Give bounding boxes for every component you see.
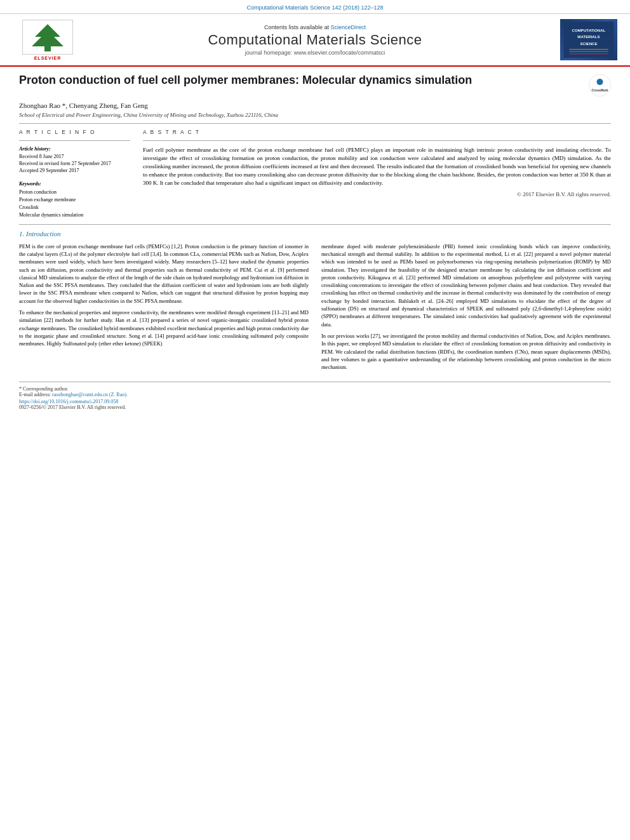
intro-left-col: PEM is the core of proton exchange membr…	[19, 243, 309, 375]
elsevier-logo: ELSEVIER	[13, 20, 83, 60]
cms-logo-area: COMPUTATIONAL MATERIALS SCIENCE	[547, 19, 617, 60]
cms-logo: COMPUTATIONAL MATERIALS SCIENCE	[560, 19, 617, 60]
keyword-3: Crosslink	[19, 204, 130, 211]
info-abstract-section: A R T I C L E I N F O Article history: R…	[19, 129, 611, 219]
keywords-section: Keywords: Proton conduction Proton excha…	[19, 181, 130, 219]
article-info-col: A R T I C L E I N F O Article history: R…	[19, 129, 130, 219]
paper-title-area: Proton conduction of fuel cell polymer m…	[19, 73, 611, 97]
journal-title: Computational Materials Science	[83, 32, 547, 48]
keyword-1: Proton conduction	[19, 189, 130, 196]
intro-paragraph-1: PEM is the core of proton exchange membr…	[19, 243, 309, 348]
abstract-col: A B S T R A C T Fuel cell polymer membra…	[143, 129, 611, 219]
keywords-label: Keywords:	[19, 181, 130, 187]
received-date: Received 8 June 2017	[19, 153, 130, 160]
paper-title: Proton conduction of fuel cell polymer m…	[19, 73, 589, 88]
divider-article-info	[19, 140, 130, 141]
contents-available: Contents lists available at ScienceDirec…	[83, 24, 547, 30]
intro-section-title: 1. Introduction	[19, 230, 611, 237]
elsevier-tree-icon	[25, 21, 70, 53]
svg-text:CrossMark: CrossMark	[592, 88, 608, 92]
divider-1	[19, 123, 611, 124]
svg-text:COMPUTATIONAL: COMPUTATIONAL	[572, 28, 606, 32]
banner-center: Contents lists available at ScienceDirec…	[83, 24, 547, 56]
article-info-label: A R T I C L E I N F O	[19, 129, 130, 135]
accepted-date: Accepted 29 September 2017	[19, 167, 130, 174]
corresponding-author: * Corresponding author.	[19, 386, 611, 392]
journal-banner: ELSEVIER Contents lists available at Sci…	[0, 14, 630, 67]
divider-abstract	[143, 140, 611, 141]
elsevier-logo-area: ELSEVIER	[13, 20, 83, 60]
email-line: E-mail address: raozhonghao@cumt.edu.cn …	[19, 392, 611, 397]
journal-header: Computational Materials Science 142 (201…	[0, 0, 630, 14]
intro-right-col: membrane doped with moderate polybenzimi…	[321, 243, 611, 375]
history-label: Article history:	[19, 146, 130, 152]
crossmark-badge: CrossMark	[589, 74, 611, 97]
elsevier-text: ELSEVIER	[34, 56, 62, 60]
keyword-2: Proton exchange membrane	[19, 196, 130, 204]
main-content: Proton conduction of fuel cell polymer m…	[0, 67, 630, 417]
divider-body	[19, 224, 611, 225]
affiliation: School of Electrical and Power Engineeri…	[19, 112, 611, 118]
footer-section: * Corresponding author. E-mail address: …	[19, 382, 611, 410]
intro-paragraph-2: membrane doped with moderate polybenzimi…	[321, 243, 611, 371]
authors: Zhonghao Rao *, Chenyang Zheng, Fan Geng	[19, 102, 611, 109]
svg-point-10	[597, 79, 603, 85]
svg-point-9	[589, 75, 611, 97]
cms-logo-icon: COMPUTATIONAL MATERIALS SCIENCE	[560, 22, 617, 58]
intro-section: 1. Introduction PEM is the core of proto…	[19, 230, 611, 375]
elsevier-logo-image	[22, 20, 73, 55]
keyword-4: Molecular dynamics simulation	[19, 211, 130, 219]
email-link[interactable]: raozhonghao@cumt.edu.cn (Z. Rao).	[52, 392, 128, 397]
abstract-label: A B S T R A C T	[143, 129, 611, 135]
doi-link[interactable]: https://doi.org/10.1016/j.commatsci.2017…	[19, 399, 118, 404]
svg-text:MATERIALS: MATERIALS	[577, 34, 600, 39]
journal-homepage: journal homepage: www.elsevier.com/locat…	[83, 50, 547, 56]
sciencedirect-link[interactable]: ScienceDirect	[331, 24, 366, 30]
article-history: Article history: Received 8 June 2017 Re…	[19, 146, 130, 175]
copyright: © 2017 Elsevier B.V. All rights reserved…	[143, 191, 611, 197]
abstract-text: Fuel cell polymer membrane as the core o…	[143, 146, 611, 187]
doi-line: https://doi.org/10.1016/j.commatsci.2017…	[19, 397, 611, 404]
journal-ref: Computational Materials Science 142 (201…	[246, 4, 383, 11]
issn-line: 0927-0256/© 2017 Elsevier B.V. All right…	[19, 404, 611, 410]
svg-text:SCIENCE: SCIENCE	[580, 41, 597, 46]
revised-date: Received in revised form 27 September 20…	[19, 160, 130, 167]
intro-body: PEM is the core of proton exchange membr…	[19, 243, 611, 375]
svg-rect-2	[564, 22, 614, 58]
